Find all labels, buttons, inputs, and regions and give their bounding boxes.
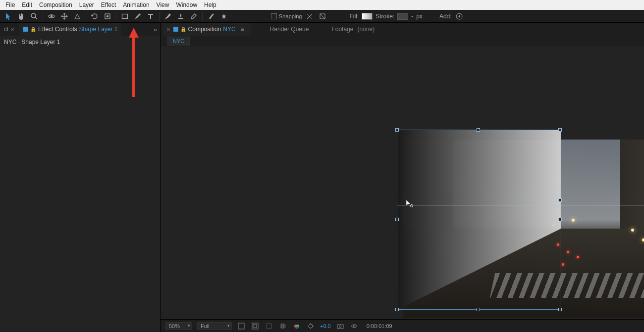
tab-composition[interactable]: × 🔒 Composition NYC ≡ [162,23,251,36]
toolbar: Snapping Fill: Stroke: - px Add: [0,10,644,23]
clone-stamp-tool-icon[interactable] [175,11,186,22]
stroke-swatch[interactable] [397,13,408,20]
orbit-tool-icon[interactable] [46,11,57,22]
handle-bot-right[interactable] [558,308,562,311]
menu-effect[interactable]: Effect [98,1,119,8]
comp-indicator-icon [23,27,28,32]
svg-rect-19 [337,325,343,329]
stroke-label: Stroke: [376,13,394,20]
svg-point-21 [353,325,355,327]
handle-top-mid[interactable] [477,128,480,132]
roto-brush-tool-icon[interactable] [206,11,216,22]
lock-icon[interactable]: 🔒 [30,27,36,32]
svg-point-17 [295,326,298,329]
svg-rect-14 [267,324,271,329]
text-tool-icon[interactable] [145,11,156,22]
handle-mid-right[interactable] [558,218,562,221]
selection-tool-icon[interactable] [3,11,14,22]
viewer-footer: 50% Full +0.0 0:00:01:09 [161,319,644,332]
anchor-point[interactable] [558,198,562,202]
anchor-tool-icon[interactable] [102,11,113,22]
svg-rect-6 [122,14,128,18]
puppet-tool-icon[interactable] [218,11,229,22]
show-snapshot-icon[interactable] [350,322,359,331]
snapshot-icon[interactable] [336,322,345,331]
close-icon[interactable]: × [10,26,14,33]
zoom-tool-icon[interactable] [29,11,40,22]
effect-controls-label: Effect Controls [38,26,77,33]
snap-option2-icon[interactable] [317,11,328,22]
tab-render-queue[interactable]: Render Queue [266,23,313,36]
handle-bot-left[interactable] [395,308,399,311]
menu-composition[interactable]: Composition [36,1,76,8]
rotate-tool-icon[interactable] [89,11,100,22]
pen-tool-icon[interactable] [132,11,143,22]
tab-effect-controls[interactable]: 🔒 Effect Controls Shape Layer 1 [19,23,122,36]
layer-link[interactable]: Shape Layer 1 [79,26,117,33]
svg-point-3 [51,15,53,17]
eraser-tool-icon[interactable] [188,11,199,22]
menu-window[interactable]: Window [172,1,201,8]
menu-edit[interactable]: Edit [18,1,36,8]
exposure-reset-icon[interactable] [306,322,315,331]
zoom-dropdown[interactable]: 50% [165,322,192,330]
comp-chip[interactable]: NYC [167,37,190,46]
toggle-transparency-icon[interactable] [237,322,246,331]
menu-view[interactable]: View [153,1,173,8]
hand-tool-icon[interactable] [16,11,27,22]
composition-name[interactable]: NYC [223,26,235,33]
menu-layer[interactable]: Layer [76,1,98,8]
handle-mid-left[interactable] [395,218,399,221]
svg-rect-12 [252,323,258,329]
toggle-mask-icon[interactable] [251,322,260,331]
composition-viewer[interactable] [161,47,644,319]
svg-point-5 [107,15,108,17]
tab-footage[interactable]: Footage (none) [327,23,378,36]
timecode[interactable]: 0:00:01:09 [367,323,392,329]
tab-prev[interactable]: ct × [0,23,19,36]
svg-point-0 [31,13,36,18]
add-menu-icon[interactable] [454,11,465,22]
exposure-value[interactable]: +0.0 [320,323,331,329]
handle-bot-mid[interactable] [477,308,480,311]
tab-prev-label: ct [4,26,8,33]
menu-file[interactable]: File [2,1,18,8]
fill-label: Fill: [350,13,359,20]
stroke-unit-label: px [416,13,423,20]
menu-bar: File Edit Composition Layer Effect Anima… [0,0,644,10]
fill-swatch[interactable] [362,13,373,20]
footage-value: (none) [357,26,375,33]
composition-panel: × 🔒 Composition NYC ≡ Render Queue Foota… [161,23,644,332]
snapping-checkbox[interactable] [271,13,277,19]
lock-icon[interactable]: 🔒 [180,27,186,32]
rectangle-tool-icon[interactable] [119,11,130,22]
resolution-dropdown[interactable]: Full [197,322,232,330]
close-icon[interactable]: × [166,26,170,33]
snap-option1-icon[interactable] [304,11,315,22]
svg-line-1 [35,17,37,19]
stroke-width-value[interactable]: - [411,13,413,20]
svg-point-7 [213,13,214,15]
channel-icon[interactable] [292,322,301,331]
pan-behind-tool-icon[interactable] [59,11,70,22]
svg-point-20 [339,326,341,328]
effect-controls-panel: ct × 🔒 Effect Controls Shape Layer 1 » N… [0,23,161,332]
handle-top-left[interactable] [395,128,399,132]
breadcrumb: NYC · Shape Layer 1 [4,39,60,46]
panel-menu-icon[interactable]: ≡ [238,26,247,33]
menu-animation[interactable]: Animation [119,1,153,8]
brush-tool-icon[interactable] [162,11,173,22]
selection-bounding-box[interactable] [397,130,560,310]
overflow-icon[interactable]: » [154,26,157,33]
footage-label: Footage [331,26,353,33]
svg-rect-13 [254,325,257,328]
camera-tool-icon[interactable] [72,11,83,22]
menu-help[interactable]: Help [201,1,220,8]
grid-icon[interactable] [278,322,287,331]
region-of-interest-icon[interactable] [265,322,273,331]
composition-label: Composition [188,26,221,33]
comp-indicator-icon [173,27,178,32]
add-label: Add: [439,13,452,20]
render-queue-label: Render Queue [270,26,309,33]
handle-top-right[interactable] [558,128,562,132]
